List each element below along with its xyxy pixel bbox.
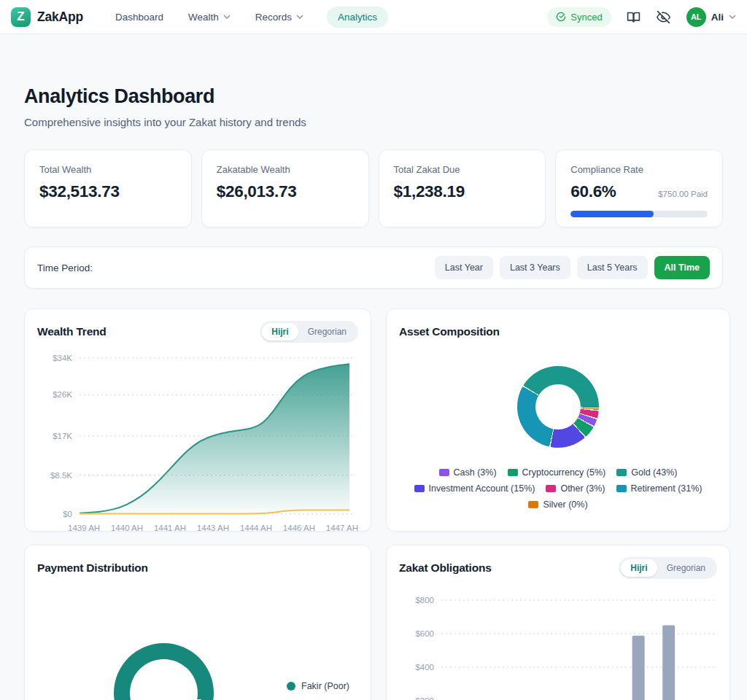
zakat-obligations-chart: $800$600$400$200$0	[399, 588, 717, 700]
legend-label: Gold (43%)	[631, 467, 677, 478]
stat-card-total-zakat-due: Total Zakat Due $1,238.19	[379, 149, 546, 228]
asset-composition-legend: Cash (3%)Cryptocurrency (5%)Gold (43%)In…	[399, 467, 717, 510]
x-axis-label: 1441 AH	[154, 524, 186, 532]
legend-item[interactable]: Silver (0%)	[528, 499, 587, 510]
legend-item[interactable]: Gold (43%)	[616, 467, 677, 478]
stat-card-total-wealth: Total Wealth $32,513.73	[24, 149, 192, 228]
svg-text:$400: $400	[415, 663, 434, 672]
check-circle-icon	[556, 12, 566, 22]
x-axis-label: 1439 AH	[68, 524, 100, 532]
nav-records[interactable]: Records	[254, 7, 305, 28]
stat-label: Compliance Rate	[570, 164, 708, 175]
time-period-last-3-years[interactable]: Last 3 Years	[500, 256, 570, 279]
compliance-progress-fill	[570, 211, 654, 217]
book-button[interactable]	[627, 9, 641, 24]
legend-swatch	[508, 469, 518, 476]
stat-label: Total Wealth	[39, 164, 177, 175]
wealth-trend-chart: $0$8.5K$17K$26K$34K	[37, 349, 355, 521]
privacy-toggle-button[interactable]	[657, 9, 671, 24]
svg-text:$0: $0	[63, 510, 72, 518]
user-menu[interactable]: AL Ali	[686, 7, 736, 27]
stat-value: 60.6%	[570, 182, 616, 201]
svg-text:$200: $200	[415, 696, 434, 700]
charts-grid: Wealth Trend Hijri Gregorian $0$8.5K$17K…	[24, 308, 723, 700]
legend-swatch	[414, 485, 425, 492]
logo-letter: Z	[17, 9, 24, 24]
chart-title: Payment Distribution	[37, 561, 148, 575]
legend-item[interactable]: Cryptocurrency (5%)	[508, 467, 606, 478]
svg-text:$600: $600	[415, 629, 434, 638]
chevron-down-icon	[296, 15, 303, 19]
paid-amount: $750.00 Paid	[658, 190, 708, 198]
stat-value: $32,513.73	[39, 182, 177, 201]
x-axis-label: 1440 AH	[111, 524, 143, 532]
stat-cards: Total Wealth $32,513.73 Zakatable Wealth…	[24, 149, 723, 228]
legend-swatch	[546, 485, 556, 492]
page-subtitle: Comprehensive insights into your Zakat h…	[24, 116, 723, 128]
legend-item[interactable]: Retirement (31%)	[616, 483, 703, 494]
svg-text:$8.5K: $8.5K	[50, 471, 72, 480]
time-period-last-5-years[interactable]: Last 5 Years	[577, 256, 648, 279]
time-period-last-year[interactable]: Last Year	[435, 256, 493, 279]
asset-composition-donut	[517, 366, 599, 448]
user-name: Ali	[711, 12, 724, 23]
sync-status-badge: Synced	[547, 7, 611, 27]
svg-text:$26K: $26K	[53, 390, 72, 399]
legend-swatch	[616, 469, 627, 476]
zakat-obligations-card: Zakat Obligations Hijri Gregorian $800$6…	[386, 545, 730, 700]
chart-title: Asset Composition	[399, 325, 500, 338]
time-period-bar: Time Period: Last Year Last 3 Years Last…	[24, 246, 723, 289]
brand-name: ZakApp	[37, 9, 83, 25]
legend-swatch	[287, 682, 295, 691]
legend-item[interactable]: Cash (3%)	[439, 467, 497, 478]
payment-distribution-legend[interactable]: Fakir (Poor)	[287, 681, 349, 691]
nav-analytics[interactable]: Analytics	[327, 7, 388, 28]
legend-swatch	[616, 485, 627, 492]
legend-label: Silver (0%)	[543, 499, 587, 510]
stat-card-zakatable-wealth: Zakatable Wealth $26,013.73	[201, 149, 369, 228]
legend-label: Fakir (Poor)	[301, 681, 349, 691]
asset-composition-card: Asset Composition Cash (3%)Cryptocurrenc…	[386, 308, 730, 532]
wealth-trend-card: Wealth Trend Hijri Gregorian $0$8.5K$17K…	[24, 308, 371, 532]
compliance-progress-bar	[570, 211, 708, 217]
donut-hole	[535, 384, 581, 429]
main-nav: Dashboard Wealth Records Analytics	[114, 7, 388, 28]
chart-title: Zakat Obligations	[399, 561, 492, 575]
calendar-toggle: Hijri Gregorian	[619, 557, 717, 579]
chart-title: Wealth Trend	[37, 325, 107, 338]
svg-text:$34K: $34K	[53, 354, 72, 362]
app-header: Z ZakApp Dashboard Wealth Records Analyt…	[0, 0, 747, 34]
eye-off-icon	[657, 10, 670, 24]
svg-text:$17K: $17K	[53, 432, 72, 440]
legend-label: Retirement (31%)	[631, 483, 703, 494]
payment-distribution-chart: Fakir (Poor)	[37, 579, 358, 700]
legend-label: Cryptocurrency (5%)	[522, 467, 606, 478]
legend-label: Investment Account (15%)	[429, 483, 535, 494]
nav-dashboard[interactable]: Dashboard	[114, 7, 165, 28]
toggle-hijri[interactable]: Hijri	[262, 323, 298, 341]
toggle-hijri[interactable]: Hijri	[621, 559, 657, 577]
header-actions: Synced AL Ali	[547, 7, 736, 27]
time-period-all-time[interactable]: All Time	[654, 256, 710, 279]
payment-distribution-donut	[114, 643, 214, 700]
legend-item[interactable]: Investment Account (15%)	[414, 483, 535, 494]
stat-card-compliance-rate: Compliance Rate 60.6% $750.00 Paid	[555, 149, 723, 228]
x-axis-label: 1443 AH	[197, 524, 229, 532]
nav-wealth[interactable]: Wealth	[187, 7, 232, 28]
legend-item[interactable]: Other (3%)	[546, 483, 605, 494]
legend-swatch	[439, 469, 449, 476]
x-axis-label: 1447 AH	[326, 524, 358, 532]
donut-hole	[130, 659, 198, 700]
wealth-trend-x-axis: 1439 AH1440 AH1441 AH1443 AH1444 AH1446 …	[68, 524, 358, 532]
stat-value: $1,238.19	[394, 182, 531, 201]
main-content: Analytics Dashboard Comprehensive insigh…	[0, 34, 747, 700]
chevron-down-icon	[729, 15, 736, 19]
x-axis-label: 1446 AH	[283, 524, 315, 532]
svg-text:$800: $800	[415, 596, 434, 604]
stat-value: $26,013.73	[217, 182, 354, 201]
stat-label: Total Zakat Due	[394, 164, 531, 175]
toggle-gregorian[interactable]: Gregorian	[657, 559, 715, 577]
toggle-gregorian[interactable]: Gregorian	[298, 323, 356, 341]
time-period-buttons: Last Year Last 3 Years Last 5 Years All …	[435, 256, 710, 279]
legend-swatch	[528, 501, 538, 508]
